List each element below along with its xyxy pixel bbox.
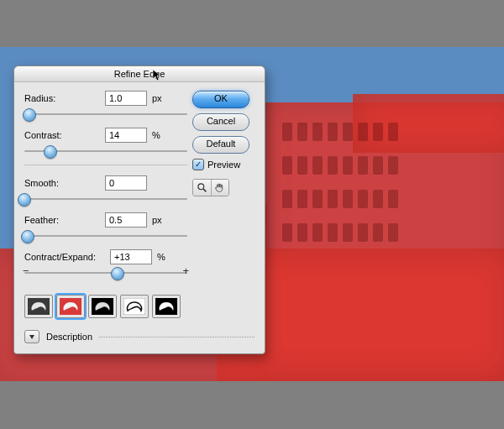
description-row: Description [24,330,255,343]
radius-unit: px [152,93,165,103]
contrast-input[interactable] [105,128,147,143]
feather-control: Feather: px [24,212,187,241]
contrast-label: Contrast: [24,130,100,140]
contrast-slider[interactable] [24,146,187,156]
preview-checkbox[interactable]: ✓ [192,159,204,170]
zoom-tool-button[interactable] [193,180,211,196]
plus-icon: + [182,264,189,277]
svg-rect-5 [123,298,145,315]
preview-mode-standard[interactable] [24,295,53,318]
preview-mode-mask[interactable] [152,295,181,318]
svg-line-1 [203,189,206,191]
cancel-button[interactable]: Cancel [192,113,249,131]
description-toggle-button[interactable] [24,330,39,343]
refine-edge-dialog: Refine Edge Radius: px [13,65,265,354]
radius-label: Radius: [24,93,100,103]
feather-unit: px [152,215,165,225]
app-stage: Refine Edge Radius: px [0,0,504,429]
triangle-down-icon [29,333,35,340]
hand-tool-button[interactable] [211,180,229,196]
preview-checkbox-row[interactable]: ✓ Preview [192,159,255,170]
smooth-slider[interactable] [24,194,187,204]
smooth-input[interactable] [105,175,147,191]
contract-expand-unit: % [157,252,171,262]
preview-mode-on-white[interactable] [120,295,149,318]
preview-mode-swatches [24,295,255,318]
view-tool-group [192,179,229,196]
radius-slider[interactable] [24,109,187,119]
contract-expand-control: Contract/Expand: % − + [24,249,187,278]
dialog-titlebar[interactable]: Refine Edge [14,66,265,82]
preview-mode-overlay[interactable] [56,295,85,318]
mouse-cursor-icon [153,70,161,81]
radius-input[interactable] [105,91,147,106]
smooth-label: Smooth: [24,178,100,188]
radius-control: Radius: px [24,91,187,119]
feather-slider[interactable] [24,231,187,241]
contrast-control: Contrast: % [24,128,187,156]
contract-expand-label: Contract/Expand: [24,252,105,262]
separator [24,165,187,165]
feather-label: Feather: [24,215,100,225]
description-label: Description [46,332,92,342]
separator-dotted [99,337,255,337]
feather-input[interactable] [105,212,147,228]
default-button[interactable]: Default [192,136,249,154]
smooth-control: Smooth: [24,175,187,204]
hand-icon [214,182,225,193]
contrast-unit: % [152,130,165,140]
contract-expand-input[interactable] [110,249,152,264]
preview-label: Preview [207,160,240,170]
ok-button[interactable]: OK [192,91,249,108]
contract-expand-slider[interactable]: − + [24,268,187,278]
minus-icon: − [23,264,29,277]
magnifier-icon [197,182,207,193]
preview-mode-on-black[interactable] [88,295,117,318]
svg-point-0 [198,184,204,190]
